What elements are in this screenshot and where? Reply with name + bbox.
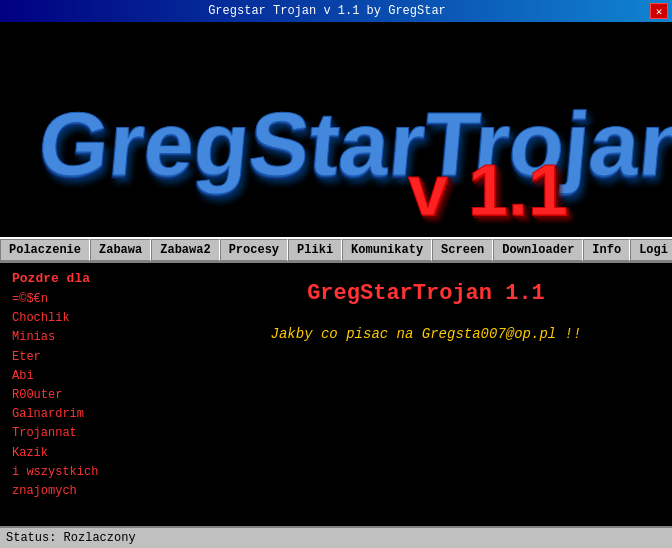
menu-polaczenie[interactable]: Polaczenie <box>0 239 90 261</box>
content-title: GregStarTrojan 1.1 <box>307 281 545 306</box>
menu-logi[interactable]: Logi <box>630 239 672 261</box>
status-text: Status: Rozlaczony <box>6 531 136 545</box>
right-panel: GregStarTrojan 1.1 Jakby co pisac na Gre… <box>180 263 672 526</box>
main-content: Pozdre dla =©$€n Chochlik Minias Eter Ab… <box>0 263 672 526</box>
left-panel-title: Pozdre dla <box>12 271 168 286</box>
list-item: Abi <box>12 367 168 386</box>
list-item: Trojannat <box>12 424 168 443</box>
menu-komunikaty[interactable]: Komunikaty <box>342 239 432 261</box>
list-item: Kazik <box>12 444 168 463</box>
menu-bar: Polaczenie Zabawa Zabawa2 Procesy Pliki … <box>0 237 672 263</box>
logo-area: GregStarTrojan GregStarTrojan v 1.1 v 1.… <box>0 22 672 237</box>
list-item: Galnardrim <box>12 405 168 424</box>
list-item: Eter <box>12 348 168 367</box>
logo-text-main-highlight: GregStarTrojan <box>35 93 672 194</box>
list-item: Chochlik <box>12 309 168 328</box>
list-item: i wszystkich znajomych <box>12 463 168 501</box>
logo-text-version: v 1.1 <box>408 150 568 230</box>
status-bar: Status: Rozlaczony <box>0 526 672 548</box>
menu-screen[interactable]: Screen <box>432 239 493 261</box>
left-panel: Pozdre dla =©$€n Chochlik Minias Eter Ab… <box>0 263 180 526</box>
title-bar: Gregstar Trojan v 1.1 by GregStar ✕ <box>0 0 672 22</box>
list-item: Minias <box>12 328 168 347</box>
list-item: =©$€n <box>12 290 168 309</box>
list-item: R00uter <box>12 386 168 405</box>
menu-downloader[interactable]: Downloader <box>493 239 583 261</box>
window-title: Gregstar Trojan v 1.1 by GregStar <box>4 4 650 18</box>
menu-info[interactable]: Info <box>583 239 630 261</box>
menu-zabawa[interactable]: Zabawa <box>90 239 151 261</box>
menu-pliki[interactable]: Pliki <box>288 239 342 261</box>
menu-zabawa2[interactable]: Zabawa2 <box>151 239 219 261</box>
close-button[interactable]: ✕ <box>650 3 668 19</box>
menu-procesy[interactable]: Procesy <box>220 239 288 261</box>
content-subtitle: Jakby co pisac na Gregsta007@op.pl !! <box>271 326 582 342</box>
